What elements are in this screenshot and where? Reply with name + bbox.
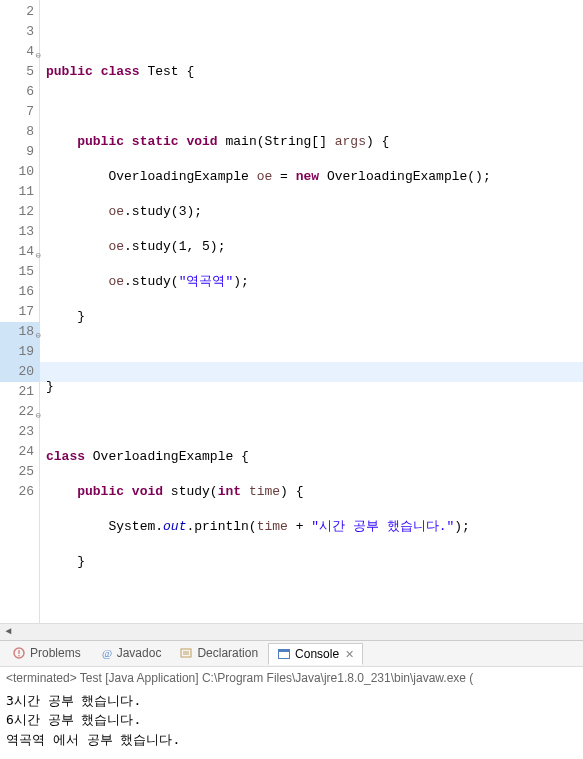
code-line: } xyxy=(46,307,583,327)
tab-declaration[interactable]: Declaration xyxy=(171,643,266,663)
close-icon[interactable]: ✕ xyxy=(345,648,354,661)
line-number: 8 xyxy=(0,122,39,142)
declaration-icon xyxy=(179,646,193,660)
line-number: 13 xyxy=(0,222,39,242)
console-line: 6시간 공부 했습니다. xyxy=(6,710,577,730)
code-line: class OverloadingExample { xyxy=(46,447,583,467)
code-line: oe.study(3); xyxy=(46,202,583,222)
line-number-gutter: 2 3 4⊖ 5 6 7 8 9 10 11 12 13 14⊖ 15 16 1… xyxy=(0,0,40,623)
line-number: 15 xyxy=(0,262,39,282)
tab-label: Javadoc xyxy=(117,646,162,660)
line-number: 21 xyxy=(0,382,39,402)
console-line: 역곡역 에서 공부 했습니다. xyxy=(6,730,577,750)
console-icon xyxy=(277,647,291,661)
console-line: 3시간 공부 했습니다. xyxy=(6,691,577,711)
code-line xyxy=(46,412,583,432)
bottom-panel: Problems @ Javadoc Declaration Console ✕… xyxy=(0,640,583,760)
line-number: 23 xyxy=(0,422,39,442)
code-line: public class Test { xyxy=(46,62,583,82)
code-line xyxy=(46,342,583,362)
code-line: oe.study("역곡역"); xyxy=(46,272,583,292)
tab-label: Declaration xyxy=(197,646,258,660)
tab-console[interactable]: Console ✕ xyxy=(268,643,363,665)
line-number: 6 xyxy=(0,82,39,102)
javadoc-icon: @ xyxy=(99,646,113,660)
line-number: 10 xyxy=(0,162,39,182)
line-number: 9 xyxy=(0,142,39,162)
code-line: public void study(int time1, int time2) … xyxy=(46,622,583,623)
code-line: System.out.println(time + "시간 공부 했습니다.")… xyxy=(46,517,583,537)
svg-rect-4 xyxy=(181,649,191,657)
view-tabs: Problems @ Javadoc Declaration Console ✕ xyxy=(0,641,583,667)
line-number: 5 xyxy=(0,62,39,82)
tab-label: Problems xyxy=(30,646,81,660)
code-line: public static void main(String[] args) { xyxy=(46,132,583,152)
console-output[interactable]: 3시간 공부 했습니다. 6시간 공부 했습니다. 역곡역 에서 공부 했습니다… xyxy=(0,689,583,760)
line-number: 18⊖ xyxy=(0,322,39,342)
code-line: } xyxy=(46,552,583,572)
svg-rect-1 xyxy=(18,650,19,654)
line-number: 7 xyxy=(0,102,39,122)
problems-icon xyxy=(12,646,26,660)
line-number: 24 xyxy=(0,442,39,462)
tab-problems[interactable]: Problems xyxy=(4,643,89,663)
svg-rect-8 xyxy=(279,650,290,653)
line-number: 2 xyxy=(0,2,39,22)
line-number: 19 xyxy=(0,342,39,362)
svg-rect-2 xyxy=(18,655,19,656)
code-line: OverloadingExample oe = new OverloadingE… xyxy=(46,167,583,187)
code-line xyxy=(46,97,583,117)
line-number: 11 xyxy=(0,182,39,202)
code-line: oe.study(1, 5); xyxy=(46,237,583,257)
line-number: 17 xyxy=(0,302,39,322)
line-number: 14⊖ xyxy=(0,242,39,262)
horizontal-scrollbar[interactable]: ◄ xyxy=(0,623,583,640)
line-number: 22⊖ xyxy=(0,402,39,422)
line-number: 16 xyxy=(0,282,39,302)
code-line: } xyxy=(46,377,583,397)
line-number: 12 xyxy=(0,202,39,222)
code-editor[interactable]: 2 3 4⊖ 5 6 7 8 9 10 11 12 13 14⊖ 15 16 1… xyxy=(0,0,583,623)
scroll-left-icon[interactable]: ◄ xyxy=(0,623,17,640)
line-number: 4⊖ xyxy=(0,42,39,62)
code-line: public void study(int time) { xyxy=(46,482,583,502)
line-number: 20 xyxy=(0,362,39,382)
svg-text:@: @ xyxy=(102,647,112,659)
line-number: 26 xyxy=(0,482,39,502)
code-content-area[interactable]: public class Test { public static void m… xyxy=(40,0,583,623)
console-status: <terminated> Test [Java Application] C:\… xyxy=(0,667,583,689)
tab-label: Console xyxy=(295,647,339,661)
line-number: 25 xyxy=(0,462,39,482)
line-number: 3 xyxy=(0,22,39,42)
tab-javadoc[interactable]: @ Javadoc xyxy=(91,643,170,663)
code-line xyxy=(46,587,583,607)
